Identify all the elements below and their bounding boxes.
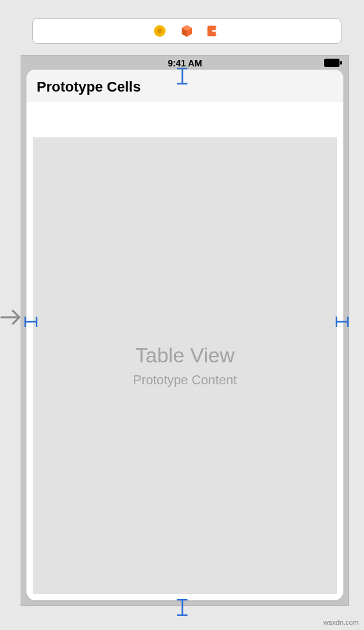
status-time: 9:41 AM [168, 58, 202, 68]
device-canvas[interactable]: 9:41 AM Prototype Cells Table View Proto… [21, 55, 349, 606]
svg-rect-3 [324, 59, 340, 67]
prototype-header: Prototype Cells [26, 70, 343, 102]
prototype-cell-area[interactable] [26, 102, 343, 133]
table-view-placeholder[interactable]: Table View Prototype Content [33, 137, 337, 594]
svg-point-1 [157, 28, 162, 34]
table-view-subtitle: Prototype Content [133, 373, 236, 388]
table-view-title: Table View [135, 344, 235, 368]
status-bar: 9:41 AM [21, 55, 349, 70]
coin-icon[interactable] [153, 25, 166, 37]
watermark: wsxdn.com [323, 618, 359, 626]
svg-rect-4 [340, 61, 342, 64]
battery-icon [324, 58, 342, 70]
cube-icon[interactable] [180, 25, 193, 37]
editor-toolbar [32, 18, 341, 44]
prototype-header-title: Prototype Cells [37, 79, 333, 95]
exit-icon[interactable] [207, 25, 220, 37]
view-controller-screen[interactable]: Prototype Cells Table View Prototype Con… [26, 70, 343, 600]
